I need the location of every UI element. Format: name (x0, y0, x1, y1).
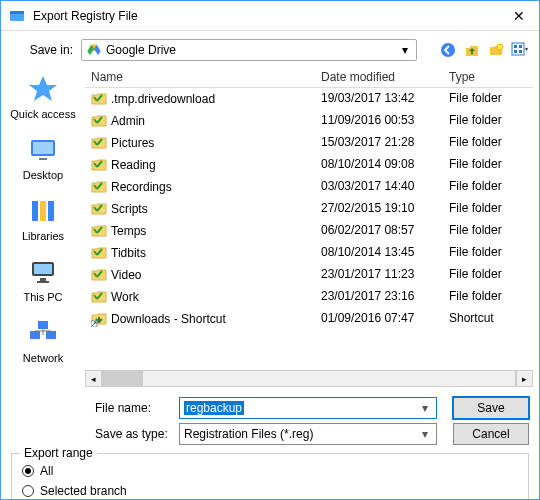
desktop-icon (27, 134, 59, 166)
file-date: 23/01/2017 11:23 (315, 264, 443, 286)
list-item[interactable]: Recordings03/03/2017 14:40File folder (85, 176, 533, 198)
svg-rect-17 (40, 201, 46, 221)
list-item[interactable]: Video23/01/2017 11:23File folder (85, 264, 533, 286)
col-date[interactable]: Date modified (315, 67, 443, 87)
close-icon[interactable]: ✕ (507, 8, 531, 24)
place-quick-access[interactable]: Quick access (10, 73, 75, 120)
file-name: Temps (111, 224, 146, 238)
svg-rect-22 (37, 281, 49, 283)
file-date: 23/01/2017 23:16 (315, 286, 443, 308)
places-bar: Quick access Desktop Libraries This PC N… (1, 67, 85, 387)
radio-all[interactable]: All (22, 464, 518, 478)
radio-icon[interactable] (22, 465, 34, 477)
svg-rect-20 (34, 264, 52, 274)
file-date: 03/03/2017 14:40 (315, 176, 443, 198)
file-name: Recordings (111, 180, 172, 194)
svg-rect-15 (39, 158, 47, 160)
file-name: Video (111, 268, 141, 282)
file-date: 01/09/2016 07:47 (315, 308, 443, 330)
list-item[interactable]: Scripts27/02/2015 19:10File folder (85, 198, 533, 220)
file-date: 27/02/2015 19:10 (315, 198, 443, 220)
file-type: File folder (443, 176, 513, 198)
list-item[interactable]: Downloads - Shortcut01/09/2016 07:47Shor… (85, 308, 533, 330)
col-name[interactable]: Name (85, 67, 315, 87)
filename-label: File name: (95, 401, 171, 415)
list-item[interactable]: Reading08/10/2014 09:08File folder (85, 154, 533, 176)
chevron-down-icon[interactable]: ▾ (418, 427, 432, 441)
file-name: Work (111, 290, 139, 304)
filename-input[interactable]: regbackup ▾ (179, 397, 437, 419)
file-name: Pictures (111, 136, 154, 150)
folder-icon (91, 91, 107, 107)
network-icon (27, 317, 59, 349)
chevron-down-icon[interactable]: ▾ (418, 401, 432, 415)
file-date: 11/09/2016 00:53 (315, 110, 443, 132)
cancel-button[interactable]: Cancel (453, 423, 529, 445)
file-name: Tidbits (111, 246, 146, 260)
scroll-right-icon[interactable]: ▸ (516, 370, 533, 387)
list-item[interactable]: Temps06/02/2017 08:57File folder (85, 220, 533, 242)
folder-icon (91, 179, 107, 195)
file-name: Reading (111, 158, 156, 172)
place-desktop[interactable]: Desktop (23, 134, 63, 181)
svg-rect-1 (10, 11, 24, 14)
file-type: File folder (443, 198, 513, 220)
place-network[interactable]: Network (23, 317, 63, 364)
drive-icon (86, 42, 102, 58)
column-headers[interactable]: Name Date modified Type (85, 67, 533, 88)
location-name: Google Drive (106, 43, 398, 57)
horizontal-scrollbar[interactable]: ◂ ▸ (85, 370, 533, 387)
window-title: Export Registry File (33, 9, 507, 23)
libraries-icon (27, 195, 59, 227)
svg-point-6 (497, 44, 503, 50)
svg-point-5 (441, 43, 455, 57)
svg-rect-11 (519, 50, 522, 53)
svg-rect-10 (514, 50, 517, 53)
new-folder-icon[interactable] (487, 41, 505, 59)
this-pc-icon (27, 256, 59, 288)
file-name: Scripts (111, 202, 148, 216)
svg-rect-25 (38, 321, 48, 329)
quick-access-icon (27, 73, 59, 105)
shortcut-icon (91, 311, 107, 327)
list-item[interactable]: .tmp.drivedownload19/03/2017 13:42File f… (85, 88, 533, 110)
folder-icon (91, 113, 107, 129)
file-type: File folder (443, 110, 513, 132)
file-date: 08/10/2014 13:45 (315, 242, 443, 264)
file-date: 19/03/2017 13:42 (315, 88, 443, 110)
list-item[interactable]: Admin11/09/2016 00:53File folder (85, 110, 533, 132)
radio-selected-branch[interactable]: Selected branch (22, 484, 518, 498)
folder-icon (91, 289, 107, 305)
file-type: File folder (443, 154, 513, 176)
file-name: Admin (111, 114, 145, 128)
svg-rect-21 (40, 278, 46, 281)
view-menu-icon[interactable] (511, 41, 529, 59)
col-type[interactable]: Type (443, 67, 513, 87)
scroll-thumb[interactable] (103, 371, 143, 386)
save-button[interactable]: Save (453, 397, 529, 419)
list-item[interactable]: Pictures15/03/2017 21:28File folder (85, 132, 533, 154)
saveas-dropdown[interactable]: Registration Files (*.reg) ▾ (179, 423, 437, 445)
folder-icon (91, 201, 107, 217)
radio-icon[interactable] (22, 485, 34, 497)
scroll-left-icon[interactable]: ◂ (85, 370, 102, 387)
location-dropdown[interactable]: Google Drive ▾ (81, 39, 417, 61)
place-this-pc[interactable]: This PC (23, 256, 62, 303)
svg-rect-16 (32, 201, 38, 221)
scroll-track[interactable] (102, 370, 516, 387)
file-type: File folder (443, 242, 513, 264)
place-libraries[interactable]: Libraries (22, 195, 64, 242)
export-range-legend: Export range (20, 446, 97, 460)
file-name: Downloads - Shortcut (111, 312, 226, 326)
file-type: File folder (443, 220, 513, 242)
list-item[interactable]: Work23/01/2017 23:16File folder (85, 286, 533, 308)
title-bar: Export Registry File ✕ (1, 1, 539, 31)
list-item[interactable]: Tidbits08/10/2014 13:45File folder (85, 242, 533, 264)
folder-icon (91, 267, 107, 283)
svg-rect-14 (33, 142, 53, 154)
back-icon[interactable] (439, 41, 457, 59)
export-range-group: Export range All Selected branch (11, 453, 529, 500)
file-date: 15/03/2017 21:28 (315, 132, 443, 154)
file-date: 06/02/2017 08:57 (315, 220, 443, 242)
up-icon[interactable] (463, 41, 481, 59)
